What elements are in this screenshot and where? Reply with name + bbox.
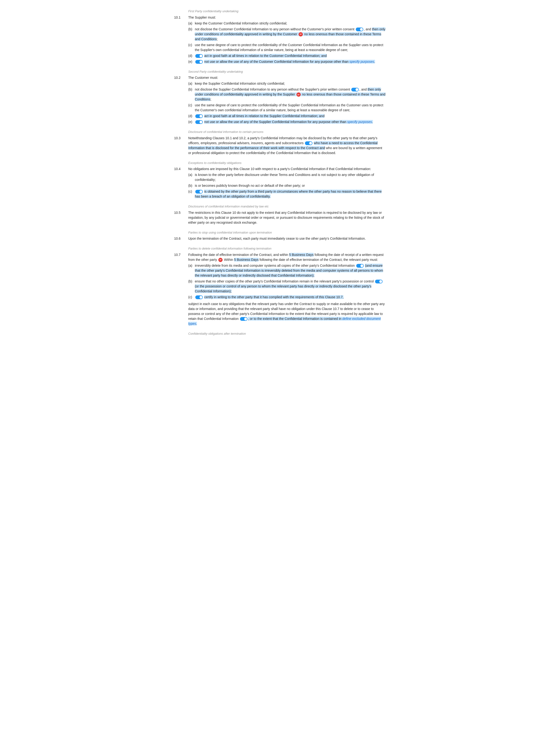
- italic-blue-10-2-e: specify purposes: [347, 120, 372, 124]
- clause-body-10-5: The restrictions in this Clause 10 do no…: [188, 210, 386, 226]
- clause-num-10-5: 10.5: [174, 210, 188, 226]
- or-badge-10-1-b[interactable]: or: [299, 32, 303, 36]
- list-item: (e) not use or allow the use of any of t…: [188, 120, 386, 124]
- clause-body-10-7: Following the date of effective terminat…: [188, 252, 386, 327]
- toggle-10-3[interactable]: [305, 141, 312, 145]
- heading-first-party: First Party confidentiality undertaking: [188, 9, 386, 14]
- list-item: (c) use the same degree of care to prote…: [188, 103, 386, 113]
- sub-label: (c): [188, 295, 195, 300]
- list-item: (b) not disclose the Customer Confidenti…: [188, 27, 386, 42]
- highlight-10-4-c: is obtained by the other party from a th…: [195, 189, 382, 198]
- or-badge-10-2-b[interactable]: or: [296, 93, 301, 97]
- list-item: (a) keep the Supplier Confidential Infor…: [188, 81, 386, 86]
- list-item: (b) is or becomes publicly known through…: [188, 183, 386, 188]
- sub-content: is known to the other party before discl…: [195, 172, 386, 182]
- list-item: (c) certify in writing to the other part…: [188, 295, 386, 300]
- sub-label: (b): [188, 279, 195, 294]
- list-item: (a) is known to the other party before d…: [188, 172, 386, 182]
- clause-num-10-6: 10.6: [174, 236, 188, 242]
- sub-content: act in good faith at all times in relati…: [195, 114, 386, 119]
- clause-10-1-list: (a) keep the Customer Confidential Infor…: [188, 21, 386, 64]
- sub-label: (e): [188, 120, 195, 124]
- sub-label: (a): [188, 81, 195, 86]
- clause-body-10-4: No obligations are imposed by this Claus…: [188, 166, 386, 200]
- highlight-10-7-footer: , or to the extent that the Confidential…: [188, 317, 381, 325]
- highlight-10-2-e: not use or allow the use of any of the S…: [204, 120, 373, 124]
- highlight-10-7-c: certify in writing to the other party th…: [204, 295, 343, 299]
- clause-body-10-2: The Customer must: (a) keep the Supplier…: [188, 75, 386, 125]
- clause-10-6: 10.6 Upon the termination of the Contrac…: [174, 236, 386, 242]
- sub-label: (a): [188, 172, 195, 182]
- highlight-10-7-b: (or the possession or control of any per…: [195, 284, 371, 293]
- clause-10-1-intro: The Supplier must:: [188, 15, 386, 20]
- sub-label: (c): [188, 189, 195, 199]
- sub-content: act in good faith at all times in relati…: [195, 53, 386, 58]
- list-item: (c) is obtained by the other party from …: [188, 189, 386, 199]
- clause-body-10-3: Notwithstanding Clauses 10.1 and 10.2, a…: [188, 136, 386, 156]
- list-item: (a) irreversibly delete from its media a…: [188, 263, 386, 278]
- clause-body-10-6: Upon the termination of the Contract, ea…: [188, 236, 386, 242]
- list-item: (a) keep the Customer Confidential Infor…: [188, 21, 386, 26]
- sub-content: is obtained by the other party from a th…: [195, 189, 386, 199]
- sub-content: not use or allow the use of any of the S…: [195, 120, 386, 124]
- heading-stop-using: Parties to stop using confidential infor…: [188, 230, 386, 235]
- or-badge-10-7[interactable]: or: [218, 258, 223, 262]
- clause-10-7-footer: subject in each case to any obligations …: [188, 302, 386, 326]
- sub-content: use the same degree of care to protect t…: [195, 103, 386, 113]
- toggle-10-7-footer[interactable]: [240, 317, 248, 321]
- sub-label: (e): [188, 59, 195, 64]
- list-item: (e) not use or allow the use of any of t…: [188, 59, 386, 64]
- clause-num-10-3: 10.3: [174, 136, 188, 156]
- list-item: (b) not disclose the Supplier Confidenti…: [188, 87, 386, 102]
- clause-10-2: 10.2 The Customer must: (a) keep the Sup…: [174, 75, 386, 125]
- italic-blue-10-7-footer: define excluded document types: [188, 317, 381, 325]
- highlight-10-1-d: act in good faith at all times in relati…: [204, 54, 327, 57]
- highlight-10-3: who have a need to access the Confidenti…: [188, 141, 378, 150]
- toggle-10-2-d[interactable]: [195, 114, 203, 118]
- clause-10-1: 10.1 The Supplier must: (a) keep the Cus…: [174, 15, 386, 65]
- highlight-10-7-a: (and ensure that the other party's Confi…: [195, 264, 383, 277]
- clause-10-7: 10.7 Following the date of effective ter…: [174, 252, 386, 327]
- sub-content: not disclose the Supplier Confidential I…: [195, 87, 386, 102]
- clause-10-2-list: (a) keep the Supplier Confidential Infor…: [188, 81, 386, 124]
- toggle-10-1-d[interactable]: [195, 54, 203, 58]
- toggle-10-7-c[interactable]: [195, 295, 203, 299]
- toggle-10-1-e[interactable]: [195, 60, 203, 64]
- clause-num-10-4: 10.4: [174, 166, 188, 200]
- sub-content: is or becomes publicly known through no …: [195, 183, 386, 188]
- highlight-5-bdays-1: 5 Business Days: [289, 253, 314, 257]
- clause-num-10-1: 10.1: [174, 15, 188, 65]
- list-item: (d) act in good faith at all times in re…: [188, 114, 386, 119]
- page-container: First Party confidentiality undertaking …: [174, 9, 386, 336]
- sub-content: not use or allow the use of any of the C…: [195, 59, 386, 64]
- clause-10-4: 10.4 No obligations are imposed by this …: [174, 166, 386, 200]
- sub-content: not disclose the Customer Confidential I…: [195, 27, 386, 42]
- clause-10-7-list: (a) irreversibly delete from its media a…: [188, 263, 386, 300]
- highlight-5-bdays-2: 5 Business Days: [234, 258, 259, 262]
- sub-content: use the same degree of care to protect t…: [195, 42, 386, 52]
- clause-num-10-2: 10.2: [174, 75, 188, 125]
- toggle-10-4-c[interactable]: [195, 190, 203, 193]
- toggle-10-2-b[interactable]: [351, 88, 359, 92]
- sub-content: keep the Customer Confidential Informati…: [195, 21, 386, 26]
- sub-content: certify in writing to the other party th…: [195, 295, 386, 300]
- highlight-10-2-d: act in good faith at all times in relati…: [204, 114, 324, 118]
- clause-10-2-intro: The Customer must:: [188, 75, 386, 80]
- clause-10-5: 10.5 The restrictions in this Clause 10 …: [174, 210, 386, 226]
- clause-10-7-intro: Following the date of effective terminat…: [188, 252, 386, 262]
- sub-label: (d): [188, 53, 195, 58]
- sub-label: (a): [188, 263, 195, 278]
- toggle-10-7-a[interactable]: [356, 264, 364, 268]
- sub-label: (a): [188, 21, 195, 26]
- clause-10-4-list: (a) is known to the other party before d…: [188, 172, 386, 199]
- toggle-10-1-b[interactable]: [356, 27, 363, 31]
- highlight-10-1-e: not use or allow the use of any of the C…: [204, 60, 375, 63]
- clause-10-4-intro: No obligations are imposed by this Claus…: [188, 166, 386, 171]
- clause-10-5-text: The restrictions in this Clause 10 do no…: [188, 210, 386, 225]
- sub-content: ensure that no other copies of the other…: [195, 279, 386, 294]
- toggle-10-7-b[interactable]: [375, 280, 383, 283]
- heading-after-termination: Confidentiality obligations after termin…: [188, 331, 386, 336]
- toggle-10-2-e[interactable]: [195, 120, 203, 124]
- heading-second-party: Second Party confidentiality undertaking: [188, 69, 386, 74]
- sub-content: keep the Supplier Confidential Informati…: [195, 81, 386, 86]
